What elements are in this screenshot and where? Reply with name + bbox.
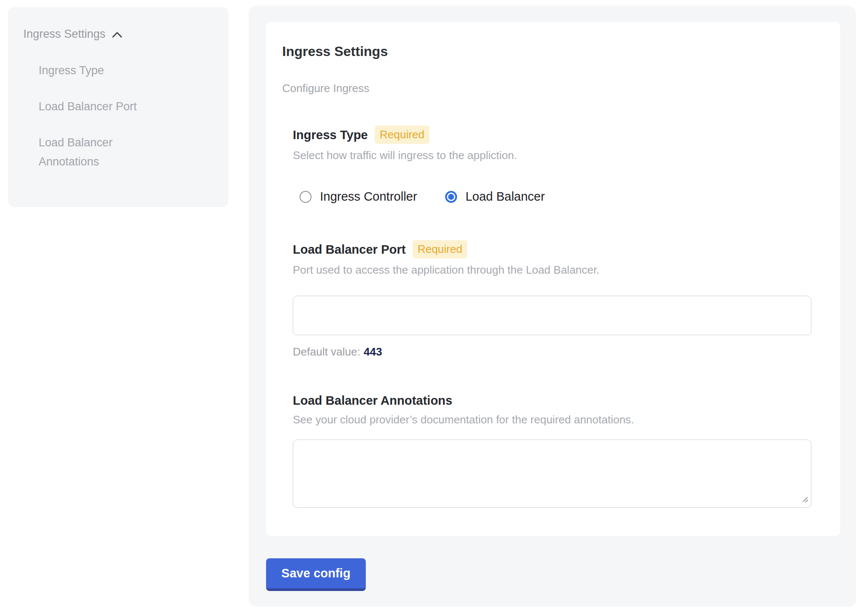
radio-label: Ingress Controller [320,190,417,204]
ingress-settings-card: Ingress Settings Configure Ingress Ingre… [266,22,840,536]
default-value-row: Default value:443 [293,345,813,358]
default-value-label: Default value: [293,345,360,358]
radio-checked-icon[interactable] [445,191,457,203]
load-balancer-annotations-label: Load Balancer Annotations [293,393,452,408]
sidebar-group-ingress-settings[interactable]: Ingress Settings [23,28,123,41]
radio-option-ingress-controller[interactable]: Ingress Controller [300,190,417,204]
section-ingress-type: Ingress Type Required Select how traffic… [293,126,813,204]
resize-handle-icon[interactable] [801,496,809,505]
section-load-balancer-annotations: Load Balancer Annotations See your cloud… [293,393,813,508]
sidebar-item-load-balancer-port[interactable]: Load Balancer Port [39,97,157,116]
sidebar-item-ingress-type[interactable]: Ingress Type [39,61,157,80]
ingress-type-label: Ingress Type [293,127,368,143]
sidebar-item-load-balancer-annotations[interactable]: Load Balancer Annotations [39,133,157,171]
load-balancer-annotations-description: See your cloud provider’s documentation … [293,412,813,427]
ingress-type-description: Select how traffic will ingress to the a… [293,148,813,162]
page-subtitle: Configure Ingress [282,81,369,95]
radio-unchecked-icon[interactable] [300,191,311,203]
load-balancer-port-label: Load Balancer Port [293,242,406,257]
required-badge: Required [412,240,468,258]
page-title: Ingress Settings [282,43,388,60]
default-value: 443 [364,345,382,358]
load-balancer-port-description: Port used to access the application thro… [293,263,813,277]
radio-label: Load Balancer [466,190,545,204]
sidebar-group-label: Ingress Settings [23,28,106,41]
load-balancer-port-input[interactable] [293,296,811,335]
save-config-button[interactable]: Save config [266,558,366,591]
section-load-balancer-port: Load Balancer Port Required Port used to… [293,240,813,358]
load-balancer-annotations-textarea[interactable] [293,440,811,508]
ingress-type-radio-group: Ingress Controller Load Balancer [293,190,813,204]
radio-option-load-balancer[interactable]: Load Balancer [445,190,545,204]
chevron-up-icon [112,29,123,39]
settings-nav-sidebar: Ingress Settings Ingress Type Load Balan… [8,7,228,207]
required-badge: Required [375,126,430,144]
